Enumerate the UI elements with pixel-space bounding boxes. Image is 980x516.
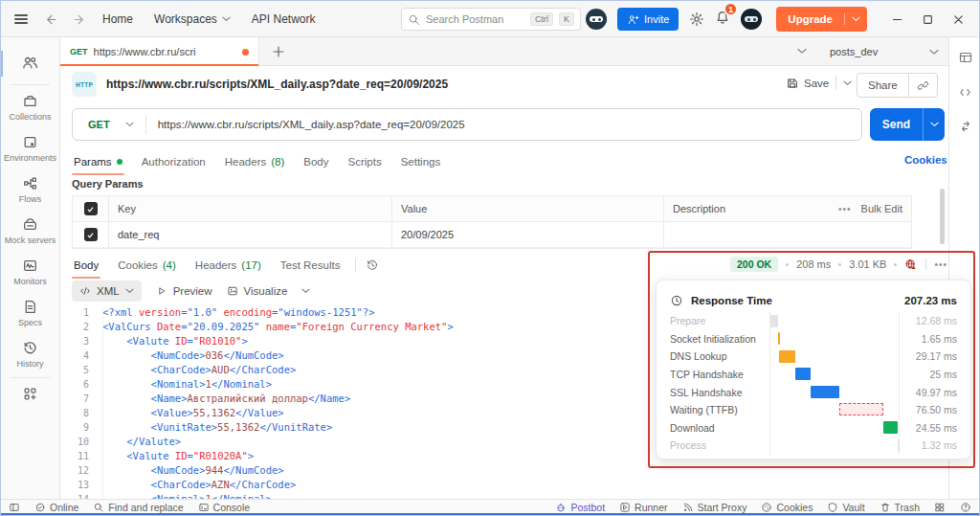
response-time[interactable]: 208 ms bbox=[796, 258, 831, 270]
statusbar-runner[interactable]: Runner bbox=[619, 502, 667, 513]
phase-value: 25 ms bbox=[900, 369, 957, 380]
upgrade-button[interactable]: Upgrade bbox=[776, 7, 867, 32]
sidebar-item-mock-servers[interactable]: Mock servers bbox=[1, 211, 59, 252]
statusbar-start-proxy[interactable]: Start Proxy bbox=[682, 502, 747, 513]
visualize-options-chevron-icon[interactable] bbox=[301, 288, 310, 294]
user-avatar[interactable] bbox=[741, 9, 762, 30]
nav-home[interactable]: Home bbox=[102, 12, 133, 26]
statusbar-trash[interactable]: Trash bbox=[880, 502, 920, 513]
sidebar-item-environments[interactable]: Environments bbox=[1, 128, 59, 169]
response-history-icon[interactable] bbox=[366, 258, 379, 272]
more-options-icon[interactable]: ••• bbox=[838, 204, 852, 214]
vertical-scrollbar[interactable] bbox=[940, 189, 945, 244]
chevron-down-icon bbox=[929, 49, 939, 56]
tab-headers[interactable]: Headers(8) bbox=[215, 149, 295, 174]
forward-icon[interactable] bbox=[73, 12, 87, 27]
nav-api-network[interactable]: API Network bbox=[252, 12, 316, 26]
sidebar-item-more-tools[interactable] bbox=[1, 380, 59, 409]
tab-params[interactable]: Params bbox=[64, 149, 132, 174]
play-icon bbox=[156, 285, 167, 297]
tab-overflow-chevron-icon[interactable] bbox=[797, 48, 807, 55]
runner-icon bbox=[619, 502, 631, 513]
param-description-cell[interactable] bbox=[664, 222, 911, 247]
tab-count: (17) bbox=[241, 259, 260, 271]
statusbar-label: Runner bbox=[635, 502, 667, 513]
tab-body[interactable]: Body bbox=[294, 149, 338, 174]
sidebar-item-monitors[interactable]: Monitors bbox=[1, 252, 59, 293]
invite-button[interactable]: Invite bbox=[617, 8, 679, 31]
sync-arrows-icon[interactable] bbox=[959, 120, 972, 133]
sidebar-item-specs[interactable]: Specs bbox=[1, 293, 59, 334]
tab-test-results[interactable]: Test Results bbox=[271, 253, 350, 278]
new-tab-plus-icon[interactable] bbox=[273, 46, 284, 57]
save-button[interactable]: Save bbox=[786, 76, 852, 90]
response-size[interactable]: 3.01 KB bbox=[849, 258, 886, 270]
statusbar-sidebar-toggle[interactable] bbox=[9, 502, 20, 513]
environment-quick-look-icon[interactable] bbox=[958, 50, 973, 65]
share-button[interactable]: Share bbox=[858, 79, 908, 91]
sidebar-item-history[interactable]: History bbox=[1, 334, 59, 375]
tab-authorization[interactable]: Authorization bbox=[132, 149, 215, 174]
back-icon[interactable] bbox=[43, 12, 57, 27]
phase-value: 1.32 ms bbox=[900, 439, 957, 451]
select-all-checkbox[interactable] bbox=[84, 202, 98, 215]
statusbar-panel-layout[interactable] bbox=[934, 502, 946, 513]
response-tabs-extra bbox=[355, 258, 379, 272]
bulk-edit-button[interactable]: Bulk Edit bbox=[861, 203, 902, 214]
param-key-cell[interactable]: date_req bbox=[109, 222, 392, 247]
tab-cookies[interactable]: Cookies(4) bbox=[108, 253, 186, 278]
code-text: <ValCurs Date="20.09.2025" name="Foreign… bbox=[102, 320, 454, 334]
table-row[interactable]: date_req 20/09/2025 bbox=[73, 222, 911, 248]
method-selector[interactable]: GET bbox=[73, 119, 145, 130]
sidebar-item-flows[interactable]: Flows bbox=[1, 169, 59, 211]
search-icon bbox=[93, 502, 104, 513]
code-text: <Value>55,1362</Value> bbox=[102, 406, 284, 420]
statusbar-cookies[interactable]: Cookies bbox=[761, 502, 813, 513]
network-warning-globe-icon[interactable] bbox=[904, 258, 918, 271]
statusbar-find-and-replace[interactable]: Find and replace bbox=[93, 502, 183, 513]
separator-dot bbox=[894, 263, 897, 266]
close-icon[interactable] bbox=[943, 1, 973, 37]
send-options-chevron-icon[interactable] bbox=[924, 122, 945, 127]
statusbar-postbot[interactable]: Postbot bbox=[555, 502, 605, 513]
menu-icon[interactable] bbox=[14, 12, 28, 27]
tab-settings[interactable]: Settings bbox=[391, 149, 451, 174]
preview-button[interactable]: Preview bbox=[156, 285, 212, 297]
response-more-options-icon[interactable]: ••• bbox=[934, 259, 947, 270]
environment-selector[interactable]: posts_dev bbox=[822, 37, 947, 66]
visualize-button[interactable]: Visualize bbox=[227, 285, 288, 297]
request-tab[interactable]: GET https://www.cbr.ru/scri bbox=[60, 37, 259, 66]
statusbar-vault[interactable]: Vault bbox=[827, 502, 864, 513]
minimize-icon[interactable] bbox=[881, 1, 912, 37]
url-input[interactable]: https://www.cbr.ru/scripts/XML_daily.asp… bbox=[158, 119, 465, 130]
notifications-bell[interactable]: 1 bbox=[715, 10, 730, 29]
cookies-link[interactable]: Cookies bbox=[904, 154, 947, 166]
sidebar-item-people[interactable] bbox=[1, 45, 59, 82]
maximize-icon[interactable] bbox=[912, 1, 943, 37]
send-button[interactable]: Send bbox=[870, 108, 945, 141]
tab-headers[interactable]: Headers(17) bbox=[186, 253, 271, 278]
tab-body[interactable]: Body bbox=[64, 253, 108, 278]
response-format-select[interactable]: XML bbox=[72, 280, 142, 302]
save-options-chevron-icon[interactable] bbox=[843, 80, 852, 86]
statusbar-console[interactable]: Console bbox=[198, 502, 251, 513]
code-text: <NumCode>944</NumCode> bbox=[102, 463, 284, 478]
tab-scripts[interactable]: Scripts bbox=[339, 149, 391, 174]
copy-link-icon[interactable] bbox=[909, 79, 937, 92]
row-checkbox[interactable] bbox=[84, 228, 98, 241]
statusbar-online-status[interactable]: Online bbox=[34, 502, 78, 513]
status-badge[interactable]: 200 OK bbox=[730, 257, 778, 272]
code-snippet-icon[interactable] bbox=[958, 85, 972, 100]
sidebar-item-collections[interactable]: Collections bbox=[1, 87, 59, 128]
search-input[interactable]: Search Postman Ctrl K bbox=[401, 8, 581, 31]
settings-gear-icon[interactable] bbox=[689, 11, 704, 27]
statusbar-right: PostbotRunnerStart ProxyCookiesVaultTras… bbox=[555, 502, 971, 513]
param-value-cell[interactable]: 20/09/2025 bbox=[392, 222, 664, 247]
code-text: <Nominal>1</Nominal> bbox=[102, 377, 272, 392]
postbot-avatar[interactable] bbox=[586, 9, 607, 30]
statusbar-help[interactable] bbox=[960, 502, 971, 513]
line-number: 7 bbox=[60, 392, 89, 406]
phase-value: 12.68 ms bbox=[900, 315, 957, 326]
phase-bar bbox=[898, 439, 900, 452]
nav-workspaces[interactable]: Workspaces bbox=[154, 12, 231, 26]
